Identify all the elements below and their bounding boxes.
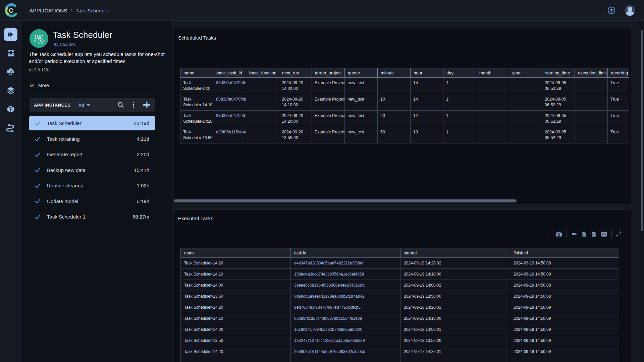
app-byline-link[interactable]: By ClearML <box>53 42 76 47</box>
vertical-scrollbar-thumb[interactable] <box>641 30 643 231</box>
column-header[interactable]: minute <box>378 68 411 78</box>
instance-row[interactable]: Backup new data15:41h <box>29 163 155 177</box>
camera-icon[interactable] <box>555 231 562 237</box>
table-cell: 2024-09-05 06:52:29 <box>542 127 575 143</box>
instance-elapsed-time: 2:20d <box>137 152 149 157</box>
search-icon[interactable] <box>117 101 124 109</box>
table-cell: 2024-09-19 14:50:09 <box>510 313 620 324</box>
column-header[interactable]: recurring <box>608 68 629 78</box>
column-header[interactable]: month <box>476 68 509 78</box>
app-title: Task Scheduler <box>53 30 112 40</box>
rail-autoscaler-icon[interactable] <box>6 67 15 76</box>
column-header[interactable]: name <box>180 68 213 78</box>
instance-name: Update model <box>47 198 78 204</box>
table-cell: 39eae6c581964f568366e4ee203016d9 <box>291 280 400 291</box>
column-header[interactable]: hour <box>411 68 443 78</box>
main-content: Scheduled Tasks namebase_task_idbase_fun… <box>173 21 639 362</box>
column-header[interactable]: execution_limit_h <box>575 68 608 78</box>
table-cell: 2024-09-18 14:20:01 <box>400 302 510 313</box>
divider <box>30 91 155 91</box>
table-cell <box>575 94 608 111</box>
table-cell <box>181 357 291 362</box>
table-cell: 2024-09-18 14:10:00 <box>400 313 510 324</box>
more-toggle[interactable]: More <box>30 83 49 88</box>
table-row: Task Scheduler-13:500d98dd1e9eec42178ea0… <box>181 291 620 302</box>
instance-row[interactable]: Task retraining4:21d <box>29 132 155 146</box>
instance-row[interactable]: Task Scheduler23:19d <box>29 116 155 130</box>
vertical-scrollbar[interactable] <box>639 21 644 362</box>
task-id-link[interactable]: a20f06b115ea4e <box>216 130 246 134</box>
table-cell <box>246 111 279 127</box>
horizontal-scrollbar[interactable] <box>174 199 517 202</box>
plot-toolbar: {;} CSV </> <box>551 230 622 238</box>
task-id-link[interactable]: 83d38fa0470f4b <box>216 97 246 102</box>
instance-name: Routine cleanup <box>47 183 83 188</box>
instance-elapsed-time: 23:19d <box>134 120 149 126</box>
instance-row[interactable]: Task Scheduler 158:27m <box>29 209 155 224</box>
task-id-link[interactable]: 39eae6c581964f568366e4ee203016d9 <box>294 283 365 288</box>
table-cell <box>509 127 542 143</box>
help-icon[interactable]: ? <box>608 7 615 14</box>
table-cell <box>246 127 279 143</box>
kebab-menu-icon[interactable] <box>130 101 137 109</box>
instance-row[interactable]: Update model5:19h <box>29 194 155 208</box>
column-header[interactable]: base_function <box>246 68 279 78</box>
table-cell: 1 <box>443 78 476 94</box>
table-cell: 2e39b8a161144de59765d63802c3a0ad <box>291 346 400 357</box>
column-header[interactable]: next_run <box>279 68 312 78</box>
table-cell: 14 <box>411 94 443 111</box>
table-cell <box>378 78 411 94</box>
svg-text:{;}: {;} <box>583 233 586 235</box>
task-id-link[interactable]: 05bb8fdcd57c4f808879bd2564fb1b89 <box>294 316 362 321</box>
expand-icon[interactable] <box>616 231 622 237</box>
table-cell: Example Project <box>312 111 345 127</box>
instance-row[interactable]: Routine cleanup1:02h <box>29 178 155 193</box>
check-icon <box>34 182 41 189</box>
task-id-link[interactable]: 2e39b8a161144de59765d63802c3a0ad <box>294 349 365 354</box>
user-avatar[interactable] <box>625 5 635 16</box>
rail-pipelines-icon[interactable] <box>6 123 15 133</box>
pan-icon[interactable] <box>571 231 577 237</box>
add-instance-button[interactable] <box>142 100 151 110</box>
code-file-icon[interactable]: </> <box>601 231 607 237</box>
task-id-link[interactable]: 83d38fa0470f4b <box>216 113 246 118</box>
table-cell <box>575 127 608 143</box>
json-file-icon[interactable]: {;} <box>582 231 587 237</box>
task-id-link[interactable]: 0d98dd1e9eec42178ea00db2f2d4ab42 <box>294 294 365 299</box>
rail-datasets-icon[interactable] <box>6 86 15 95</box>
clearml-logo-icon[interactable]: C <box>2 2 20 19</box>
table-cell: 2024-09-19 14:20:02 <box>400 258 510 269</box>
table-cell: Task Scheduler-14:20 <box>180 111 213 127</box>
app-instances-title: APP INSTANCES <box>34 103 70 108</box>
csv-file-icon[interactable]: CSV <box>591 231 597 237</box>
table-cell: 2024-09-19 14:10:00 <box>400 269 510 280</box>
column-header[interactable]: target_project <box>312 68 345 78</box>
task-id-link[interactable]: e4b347a82d334c5eaa74d2212e3f88af <box>294 261 363 265</box>
rail-workers-icon[interactable] <box>6 49 15 58</box>
task-id-link[interactable]: 1b324711071c41288c1cda585d9659d9 <box>294 338 365 343</box>
rail-applications-icon[interactable] <box>4 28 17 41</box>
instance-row[interactable]: Generate report2:20d <box>29 147 155 162</box>
task-scheduler-app-icon <box>30 29 48 48</box>
column-header[interactable]: task id <box>291 248 400 258</box>
task-id-link[interactable]: 15dad4a3dcd74e3c90564a1ec6af485d <box>294 272 364 277</box>
column-header[interactable]: finished <box>510 248 620 258</box>
column-header[interactable]: year <box>509 68 542 78</box>
top-bar: C APPLICATIONS / Task Scheduler ? <box>0 0 644 21</box>
table-cell: Task Scheduler-14:20 <box>181 302 291 313</box>
column-header[interactable]: started <box>400 248 510 258</box>
table-cell: 2024-09-20 14:10:00 <box>279 94 312 111</box>
column-header[interactable]: queue <box>345 68 378 78</box>
instances-filter-dropdown[interactable]: All <box>78 103 90 108</box>
task-id-link[interactable]: 161f8fa41798462c82b7f9d895ab6d00 <box>294 327 362 332</box>
column-header[interactable]: starting_time <box>542 68 575 78</box>
rail-models-icon[interactable] <box>6 105 15 114</box>
table-row: Task Scheduler-13:50a20f06b115ea4e2024-0… <box>180 127 629 143</box>
column-header[interactable]: name <box>181 248 291 258</box>
task-id-link[interactable]: 83d38fa0470f4b <box>216 80 246 85</box>
table-cell <box>291 357 400 362</box>
column-header[interactable]: base_task_id <box>213 68 246 78</box>
column-header[interactable]: day <box>443 68 476 78</box>
breadcrumb-applications[interactable]: APPLICATIONS <box>30 8 67 13</box>
task-id-link[interactable]: 9ed768483f78470fb67ed7795ccffcb6 <box>294 305 361 310</box>
